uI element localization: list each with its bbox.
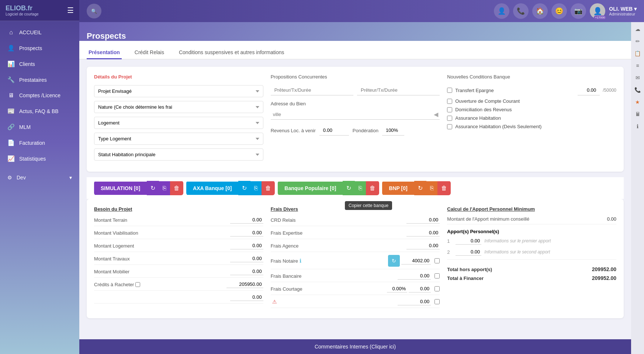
pencil-icon[interactable]: ✏ xyxy=(633,36,643,46)
bnp-delete-btn[interactable]: 🗑 xyxy=(437,181,451,195)
bottom-bar-label: Commentaires Internes (Cliquer ici) xyxy=(315,344,396,350)
bnp-btn-label[interactable]: BNP [0] xyxy=(382,182,414,195)
sidebar-item-prestataires[interactable]: 🔧 Prestataires xyxy=(0,72,79,88)
assurance-habitation-checkbox[interactable] xyxy=(447,116,452,121)
simulation-delete-btn[interactable]: 🗑 xyxy=(170,181,183,195)
apport-2-input[interactable] xyxy=(456,248,481,256)
domiciliation-checkbox[interactable] xyxy=(447,107,452,112)
axa-copy-btn[interactable]: ⎘ xyxy=(250,181,262,195)
projet-envisage-select[interactable]: Projet Envisagé xyxy=(94,85,263,97)
camera-button[interactable]: 📷 xyxy=(571,3,586,19)
sidebar-item-statistiques[interactable]: 📈 Statistiques xyxy=(0,151,79,167)
logement-select[interactable]: Logement xyxy=(94,117,263,129)
table-row: Montant Terrain xyxy=(94,216,263,226)
ouverture-compte-checkbox[interactable] xyxy=(447,99,452,104)
axa-btn-label[interactable]: AXA Banque [0] xyxy=(186,182,238,195)
nature-select[interactable]: Nature (Ce choix détermine les frai xyxy=(94,101,263,113)
frais-bancaire-input[interactable] xyxy=(398,272,431,280)
sidebar-item-facturation[interactable]: 📄 Facturation xyxy=(0,135,79,151)
domiciliation-label: Domiciliation des Revenus xyxy=(455,107,512,112)
credits-racheter-input[interactable] xyxy=(226,281,263,288)
frais-courtage-val-input[interactable] xyxy=(409,285,431,292)
assurance-habitation-label: Assurance Habitation xyxy=(455,115,501,121)
frais-courtage-checkbox[interactable] xyxy=(434,286,440,291)
axa-delete-btn[interactable]: 🗑 xyxy=(262,181,275,195)
mail-icon[interactable]: ✉ xyxy=(633,73,643,83)
transfert-epargne-row: Transfert Epargne /50000 xyxy=(447,85,616,95)
extra-frais-input[interactable] xyxy=(398,298,431,305)
emoji-button[interactable]: 😊 xyxy=(551,3,567,19)
call-button[interactable]: 📞 xyxy=(513,3,529,19)
transfert-epargne-checkbox[interactable] xyxy=(447,88,452,93)
crd-relais-input[interactable] xyxy=(406,216,440,224)
home-button[interactable]: 🏠 xyxy=(532,3,548,19)
frais-notaire-info-icon[interactable]: ℹ xyxy=(300,258,301,264)
banque-pop-btn-label[interactable]: Banque Populaire [0] xyxy=(278,182,343,195)
montant-logement-input[interactable] xyxy=(230,242,263,249)
credits-racheter-checkbox[interactable] xyxy=(135,282,140,287)
add-user-icon: 👤 xyxy=(498,7,506,15)
sidebar-item-actus-faq-bb[interactable]: 📰 Actus, FAQ & BB xyxy=(0,103,79,119)
sidebar-item-accueil[interactable]: ⌂ ACCUEIL xyxy=(0,25,79,40)
frais-expertise-input[interactable] xyxy=(406,229,440,236)
tab-credit-relais[interactable]: Crédit Relais xyxy=(133,46,166,59)
axa-btn: AXA Banque [0] ↻ ⎘ 🗑 xyxy=(186,181,275,195)
assurance-habitation-devis-checkbox[interactable] xyxy=(447,124,452,129)
page-header: Prospects xyxy=(79,22,631,41)
bnp-refresh-btn[interactable]: ↻ xyxy=(414,181,426,195)
montant-terrain-input[interactable] xyxy=(230,216,263,224)
simulation-btn-label[interactable]: SIMULATION [0] xyxy=(94,182,147,195)
add-user-button[interactable]: 👤 xyxy=(494,3,509,19)
frais-agence-input[interactable] xyxy=(406,242,440,249)
sidebar-item-mlm[interactable]: 🔗 MLM xyxy=(0,119,79,135)
banque-pop-refresh-btn[interactable]: ↻ xyxy=(343,181,355,195)
type-logement-select[interactable]: Type Logement xyxy=(94,133,263,145)
info-right-icon[interactable]: ℹ xyxy=(633,121,643,132)
ponderation-input[interactable] xyxy=(382,125,404,136)
montant-mobilier-input[interactable] xyxy=(230,268,263,275)
besoin-projet-col: Besoin du Projet Montant Terrain Montant… xyxy=(94,206,263,311)
bnp-copy-btn[interactable]: ⎘ xyxy=(426,181,437,195)
tab-conditions-suspensives[interactable]: Conditions suspensives et autres informa… xyxy=(177,46,286,59)
search-button[interactable]: 🔍 xyxy=(87,4,101,18)
banque-pop-copy-btn[interactable]: ⎘ xyxy=(355,181,366,195)
simulation-refresh-btn[interactable]: ↻ xyxy=(147,181,159,195)
axa-refresh-btn[interactable]: ↻ xyxy=(238,181,250,195)
preteur2-input[interactable] xyxy=(357,85,440,95)
frais-notaire-input[interactable] xyxy=(401,257,431,264)
extra-input[interactable] xyxy=(230,294,263,301)
statut-habitation-select[interactable]: Statut Habitation principale xyxy=(94,148,263,161)
extra-frais-checkbox[interactable] xyxy=(434,299,440,304)
sidebar-item-clients[interactable]: 📊 Clients xyxy=(0,56,79,72)
username: OLI. WEB ▾ xyxy=(609,6,637,12)
ville-input[interactable] xyxy=(271,109,433,119)
revenus-loc-input[interactable] xyxy=(319,125,349,136)
calculator-icon[interactable]: 🖩 xyxy=(633,109,643,119)
frais-notaire-refresh-btn[interactable]: ↻ xyxy=(388,255,400,267)
transfert-epargne-input[interactable] xyxy=(578,85,600,95)
montant-viabilisation-input[interactable] xyxy=(230,229,263,236)
sidebar-item-prospects[interactable]: 👤 Prospects xyxy=(0,40,79,56)
sidebar-item-comptes-licence[interactable]: 🖥 Comptes /Licence xyxy=(0,88,79,103)
simulation-copy-btn[interactable]: ⎘ xyxy=(159,181,170,195)
clipboard-icon[interactable]: 📋 xyxy=(633,48,643,59)
frais-notaire-checkbox[interactable] xyxy=(434,258,440,263)
list-icon[interactable]: ≡ xyxy=(633,60,643,71)
bottom-bar[interactable]: Commentaires Internes (Cliquer ici) xyxy=(79,339,631,354)
warning-icon[interactable]: ⚠ xyxy=(272,299,277,305)
tab-presentation[interactable]: Présentation xyxy=(87,46,122,59)
montant-travaux-input[interactable] xyxy=(230,255,263,262)
user-profile[interactable]: 👤 +17000 OLI. WEB ▾ Administrateur xyxy=(590,3,637,19)
star-icon[interactable]: ★ xyxy=(633,97,643,107)
sidebar-item-dev[interactable]: ⚙ Dev ▾ xyxy=(0,170,79,185)
menu-icon[interactable]: ☰ xyxy=(67,6,74,15)
frais-bancaire-checkbox[interactable] xyxy=(434,273,440,278)
banque-pop-delete-btn[interactable]: 🗑 xyxy=(366,181,379,195)
apport-1-input[interactable] xyxy=(456,237,481,245)
frais-courtage-pct-input[interactable] xyxy=(387,285,407,292)
propositions-title: Propositions Concurrentes xyxy=(271,74,440,80)
cloud-icon[interactable]: ☁ xyxy=(633,24,643,34)
phone-right-icon[interactable]: 📞 xyxy=(633,85,643,95)
map-arrow-icon[interactable]: ◀ xyxy=(432,109,440,119)
preteur1-input[interactable] xyxy=(271,85,353,95)
